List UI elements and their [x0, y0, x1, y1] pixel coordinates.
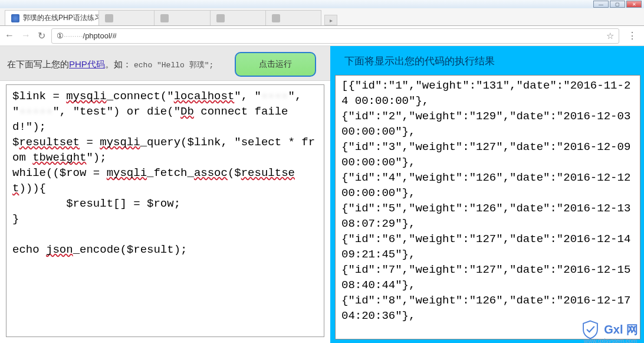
output-header: 下面将显示出您的代码的执行结果	[335, 46, 640, 75]
favicon-icon	[11, 14, 19, 22]
browser-tab[interactable]	[265, 10, 321, 25]
editor-prompt: 在下面写上您的PHP代码。如： echo "Hello 郭璞";	[7, 59, 213, 70]
code-editor[interactable]: $link = mysqli_connect("localhost", "···…	[6, 84, 324, 337]
favicon-icon	[160, 14, 169, 22]
prompt-suffix: 。如：	[105, 59, 132, 69]
favicon-icon	[272, 14, 280, 22]
address-bar[interactable]: ① ········· /phptool/# ☆	[51, 28, 619, 44]
output-text: [{"id":"1","weight":"131","date":"2016-1…	[335, 75, 640, 339]
output-panel: 下面将显示出您的代码的执行结果 [{"id":"1","weight":"131…	[335, 46, 644, 343]
new-tab-button[interactable]: ▸	[324, 15, 337, 25]
favicon-icon	[105, 14, 113, 22]
browser-tab[interactable]	[98, 10, 155, 25]
tab-title	[117, 14, 148, 22]
watermark-text: Gxl 网	[604, 322, 638, 338]
tab-title	[284, 14, 315, 22]
browser-tab[interactable]	[154, 10, 210, 25]
reload-icon[interactable]: ↻	[38, 30, 45, 41]
browser-tab-active[interactable]: 郭璞的在线PHP语法练习 ×	[5, 10, 99, 25]
tab-title: 郭璞的在线PHP语法练习	[23, 13, 99, 23]
browser-tabstrip: 郭璞的在线PHP语法练习 × ▸	[0, 8, 644, 26]
window-close-button[interactable]: ✕	[626, 1, 642, 8]
prompt-prefix: 在下面写上您的	[7, 59, 69, 69]
tab-title	[228, 14, 259, 22]
bookmark-star-icon[interactable]: ☆	[606, 31, 614, 41]
forward-icon[interactable]: →	[21, 30, 31, 41]
site-info-icon: ①	[57, 31, 64, 40]
php-code-link[interactable]: PHP代码	[69, 59, 105, 69]
run-button[interactable]: 点击运行	[235, 52, 316, 77]
browser-toolbar: ← → ↻ ① ········· /phptool/# ☆ ⋮	[0, 26, 644, 46]
window-maximize-button[interactable]: ▢	[610, 1, 625, 8]
back-icon[interactable]: ←	[5, 30, 14, 41]
watermark: Gxl 网	[580, 319, 638, 339]
editor-header: 在下面写上您的PHP代码。如： echo "Hello 郭璞"; 点击运行	[0, 46, 330, 81]
window-minimize-button[interactable]: —	[593, 1, 609, 8]
watermark-sub: www.gxlsystem.com	[584, 338, 637, 343]
prompt-sample: echo "Hello 郭璞";	[134, 61, 213, 70]
favicon-icon	[216, 14, 225, 22]
browser-menu-icon[interactable]: ⋮	[625, 30, 639, 41]
main-content: 在下面写上您的PHP代码。如： echo "Hello 郭璞"; 点击运行 $l…	[0, 46, 644, 343]
url-host: ·········	[64, 31, 83, 40]
shield-icon	[580, 319, 600, 339]
window-titlebar: — ▢ ✕	[0, 0, 644, 8]
url-path: /phptool/#	[83, 31, 117, 40]
editor-panel: 在下面写上您的PHP代码。如： echo "Hello 郭璞"; 点击运行 $l…	[0, 46, 335, 343]
tab-title	[172, 14, 203, 22]
browser-tab[interactable]	[210, 10, 266, 25]
